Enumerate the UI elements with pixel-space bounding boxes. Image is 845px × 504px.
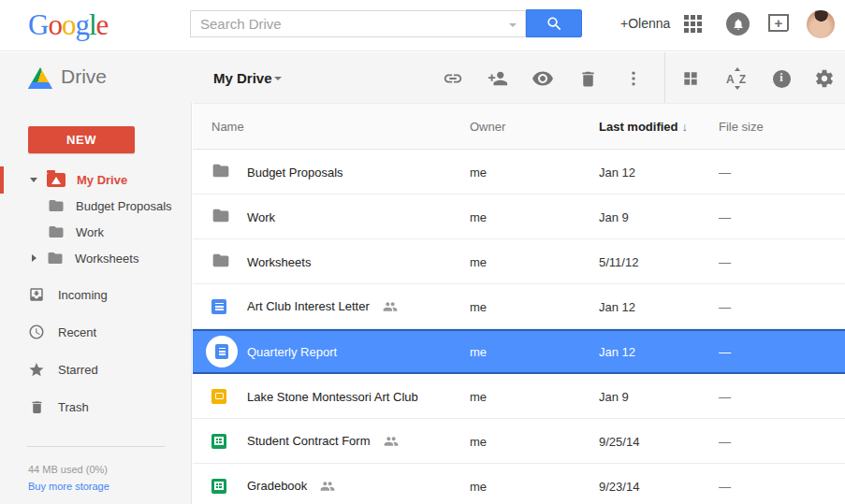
search-input[interactable] — [191, 11, 525, 36]
file-name: Quarterly Report — [247, 345, 337, 359]
app-title[interactable]: Drive — [61, 65, 107, 88]
avatar[interactable] — [807, 10, 835, 38]
bell-icon — [732, 18, 745, 31]
shared-people-icon — [320, 479, 335, 494]
share-button[interactable] — [487, 67, 509, 90]
shared-people-icon — [383, 299, 398, 314]
file-name: Gradebook — [247, 479, 307, 493]
table-row[interactable]: Budget Proposals me Jan 12 — — [193, 150, 845, 194]
file-owner: me — [470, 479, 487, 493]
file-size: — — [719, 299, 731, 313]
file-modified: Jan 9 — [599, 389, 629, 403]
sidebar-item-my-drive[interactable]: My Drive — [0, 166, 192, 193]
table-row[interactable]: Worksheets me 5/11/12 — — [193, 239, 845, 284]
trash-icon — [29, 399, 45, 415]
column-header-file-size[interactable]: File size — [719, 120, 764, 134]
breadcrumb-caret-icon[interactable] — [274, 77, 282, 80]
apps-grid-icon[interactable] — [684, 15, 703, 34]
trash-icon — [578, 69, 598, 89]
expand-caret-icon[interactable] — [30, 178, 37, 182]
new-button[interactable]: NEW — [28, 126, 135, 153]
document-icon — [211, 299, 226, 314]
folder-icon — [211, 251, 230, 269]
add-frame-icon[interactable] — [768, 14, 789, 32]
table-row[interactable]: Art Club Interest Letter me Jan 12 — — [193, 284, 845, 329]
column-header-last-modified[interactable]: Last modified↓ — [599, 120, 688, 134]
preview-button[interactable] — [532, 67, 554, 90]
sidebar-item-work[interactable]: Work — [0, 219, 192, 245]
add-collaborator-icon — [488, 68, 508, 89]
google-drive-window: Google +Olenna Drive My Drive — [0, 0, 845, 504]
file-modified: 9/23/14 — [599, 479, 639, 493]
clock-icon — [28, 324, 45, 340]
storage-used-label: 44 MB used (0%) — [28, 464, 108, 475]
notifications-button[interactable] — [726, 12, 750, 36]
details-button[interactable] — [770, 67, 793, 90]
sidebar: NEW My Drive Budget Proposals Work Works… — [0, 103, 192, 504]
sidebar-item-trash[interactable]: Trash — [0, 388, 192, 425]
folder-icon — [211, 161, 230, 180]
search-icon — [546, 15, 563, 33]
file-modified: 5/11/12 — [599, 254, 638, 268]
file-owner: me — [470, 389, 487, 403]
file-modified: Jan 9 — [599, 209, 629, 223]
search-bar — [190, 9, 582, 37]
table-row[interactable]: Student Contract Form me 9/25/14 — — [193, 419, 845, 464]
file-name: Work — [247, 209, 275, 223]
file-size: — — [719, 345, 731, 359]
folder-icon — [48, 223, 65, 240]
sort-button[interactable]: AZ — [725, 67, 748, 90]
settings-button[interactable] — [813, 67, 836, 90]
grid-view-button[interactable] — [679, 67, 702, 90]
star-icon — [28, 361, 45, 379]
file-size: — — [719, 479, 731, 493]
breadcrumb[interactable]: My Drive — [213, 70, 272, 86]
sidebar-item-recent[interactable]: Recent — [0, 313, 192, 351]
column-header-name[interactable]: Name — [211, 120, 244, 134]
file-modified: Jan 12 — [599, 345, 635, 359]
grid-view-icon — [681, 69, 700, 88]
spreadsheet-icon — [211, 479, 226, 494]
account-name[interactable]: +Olenna — [620, 16, 670, 31]
search-options-caret-icon[interactable] — [509, 23, 517, 27]
delete-button[interactable] — [576, 67, 599, 90]
collapse-caret-icon[interactable] — [32, 254, 36, 262]
file-name: Lake Stone Montessori Art Club — [247, 389, 418, 403]
file-modified: Jan 12 — [599, 165, 635, 179]
inbox-incoming-icon — [28, 286, 45, 303]
eye-icon — [532, 67, 554, 90]
file-name: Student Contract Form — [247, 434, 371, 448]
table-row-selected[interactable]: Quarterly Report me Jan 12 — — [193, 329, 845, 374]
google-logo[interactable]: Google — [28, 7, 108, 43]
info-icon — [773, 70, 791, 88]
buy-more-storage-link[interactable]: Buy more storage — [28, 481, 109, 492]
get-link-button[interactable] — [442, 67, 464, 90]
sidebar-item-incoming[interactable]: Incoming — [0, 276, 192, 313]
search-button[interactable] — [526, 9, 582, 37]
file-size: — — [719, 434, 731, 448]
sidebar-item-starred[interactable]: Starred — [0, 351, 192, 388]
more-actions-button[interactable] — [622, 67, 645, 90]
list-header: Name Owner Last modified↓ File size — [193, 104, 845, 150]
gear-icon — [814, 68, 835, 89]
file-name: Budget Proposals — [247, 165, 343, 179]
table-row[interactable]: Gradebook me 9/23/14 — — [193, 464, 845, 504]
folder-icon — [48, 197, 65, 214]
file-modified: Jan 12 — [599, 299, 635, 313]
table-row[interactable]: Lake Stone Montessori Art Club me Jan 9 … — [193, 374, 845, 419]
file-size: — — [719, 165, 731, 179]
toolbar-divider — [664, 52, 665, 103]
file-name: Worksheets — [247, 254, 311, 268]
spreadsheet-icon — [211, 434, 226, 449]
file-owner: me — [470, 165, 487, 179]
sidebar-divider — [26, 446, 165, 447]
file-owner: me — [470, 209, 487, 223]
column-header-owner[interactable]: Owner — [470, 120, 505, 134]
sidebar-item-budget-proposals[interactable]: Budget Proposals — [0, 193, 192, 219]
top-bar: Google +Olenna — [0, 0, 845, 51]
drive-logo-icon[interactable] — [28, 67, 52, 89]
file-owner: me — [470, 299, 487, 313]
more-vertical-icon — [624, 69, 643, 88]
table-row[interactable]: Work me Jan 9 — — [193, 194, 845, 239]
sidebar-item-worksheets[interactable]: Worksheets — [0, 245, 192, 271]
